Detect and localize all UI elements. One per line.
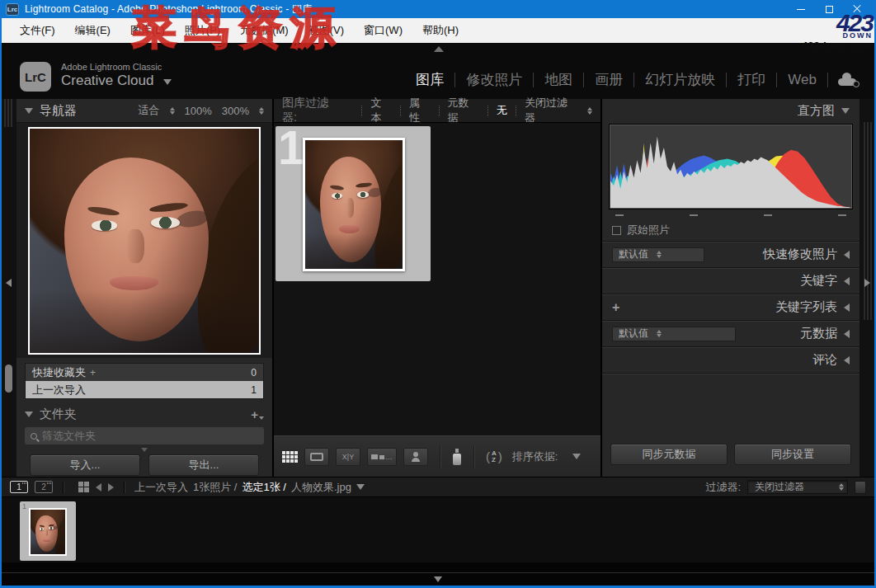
filter-text[interactable]: 文本 (362, 96, 400, 125)
survey-view-icon[interactable]: … (367, 448, 397, 466)
filmstrip-filter-dropdown[interactable]: 关闭过滤器 (747, 480, 848, 494)
menu-window[interactable]: 窗口(W) (354, 18, 412, 43)
zoom-fit-spinner-icon[interactable] (170, 107, 175, 115)
module-web[interactable]: Web (777, 72, 827, 88)
metadata-preset-dropdown[interactable]: 默认值 (612, 327, 736, 341)
menu-help[interactable]: 帮助(H) (412, 18, 469, 43)
filter-none[interactable]: 无 (488, 103, 516, 118)
compare-view-icon[interactable]: X|Y (336, 448, 360, 466)
left-scrollbar-thumb[interactable] (5, 365, 12, 393)
sort-by-dropdown-icon[interactable] (572, 454, 581, 459)
filmstrip-filter-toggle[interactable] (855, 481, 866, 494)
right-panel-collapse-icon[interactable] (864, 279, 870, 287)
filter-closed[interactable]: 关闭过滤器 (516, 96, 586, 125)
top-panel-collapse-icon[interactable] (434, 46, 444, 52)
zoom-300[interactable]: 300% (222, 105, 249, 117)
title-bar: Lrc Lightroom Catalog - Adobe Photoshop … (2, 0, 874, 18)
histogram-collapse-icon[interactable] (841, 108, 850, 114)
menu-metadata[interactable]: 元数据(M) (230, 18, 299, 43)
grid-shortcut-icon[interactable] (78, 482, 89, 492)
search-icon (31, 433, 37, 440)
keywording-section[interactable]: 关键字 (602, 267, 860, 294)
folder-search-field[interactable] (25, 427, 264, 445)
folders-collapse-icon[interactable] (25, 412, 33, 417)
people-view-icon[interactable] (403, 448, 428, 466)
add-keyword-button[interactable]: + (612, 300, 619, 315)
module-book[interactable]: 画册 (584, 70, 633, 89)
histogram-chart[interactable] (609, 124, 853, 209)
sync-metadata-button[interactable]: 同步元数据 (610, 444, 728, 465)
keyword-list-expand-icon[interactable] (844, 303, 850, 312)
menu-library[interactable]: 图库(L) (120, 18, 175, 43)
left-panel-collapse-icon[interactable] (6, 279, 12, 287)
keyword-list-section[interactable]: + 关键字列表 (602, 294, 860, 320)
menu-view[interactable]: 视图(V) (299, 18, 354, 43)
module-library[interactable]: 图库 (405, 70, 454, 89)
filmstrip-breadcrumb[interactable]: 上一次导入 1张照片 / 选定1张 / 人物效果.jpg (134, 480, 365, 495)
main-window-button[interactable]: 1 (10, 481, 28, 493)
comments-title: 评论 (812, 352, 837, 368)
menu-file[interactable]: 文件(F) (10, 18, 65, 43)
navigator-preview[interactable] (16, 122, 272, 358)
identity-dropdown-icon[interactable] (163, 79, 172, 85)
module-print[interactable]: 打印 (727, 70, 776, 89)
filmstrip-thumbnail[interactable] (29, 508, 67, 556)
filter-closed-spinner-icon[interactable] (587, 107, 592, 115)
menu-edit[interactable]: 编辑(E) (65, 18, 120, 43)
quick-collection-row[interactable]: 快捷收藏夹 + 0 (26, 364, 263, 381)
quick-develop-preset-dropdown[interactable]: 默认值 (612, 247, 704, 262)
export-button[interactable]: 导出... (148, 454, 259, 476)
sort-direction-icon[interactable]: ( AZ ) (486, 449, 502, 463)
next-photo-icon[interactable] (108, 483, 114, 492)
module-slideshow[interactable]: 幻灯片放映 (634, 70, 726, 89)
navigator-collapse-icon[interactable] (25, 108, 33, 114)
lrc-badge: LrC (20, 62, 51, 92)
grid-view-icon[interactable] (282, 451, 298, 463)
cloud-sync-icon[interactable] (838, 73, 860, 87)
breadcrumb-dropdown-icon[interactable] (356, 484, 365, 490)
quick-develop-section[interactable]: 默认值 快速修改照片 (602, 241, 860, 267)
module-develop[interactable]: 修改照片 (455, 70, 533, 89)
quick-develop-preset-value: 默认值 (619, 247, 648, 261)
tick-whites[interactable] (838, 214, 846, 216)
add-folder-button[interactable]: + (251, 407, 264, 421)
menu-photo[interactable]: 照片(P) (175, 18, 230, 43)
previous-import-row[interactable]: 上一次导入 1 (26, 381, 263, 398)
keywording-title: 关键字 (800, 273, 837, 289)
tick-shadows[interactable] (690, 214, 698, 216)
original-photo-checkbox[interactable] (612, 226, 621, 235)
grid-cell-selected[interactable]: 1 (276, 126, 431, 281)
keywording-expand-icon[interactable] (844, 277, 850, 285)
folders-header[interactable]: 文件夹 + (16, 402, 272, 426)
bottom-panel-collapse-icon[interactable] (434, 576, 442, 582)
folder-search-input[interactable] (42, 430, 258, 442)
histogram-header[interactable]: 直方图 (602, 99, 860, 122)
loupe-view-icon[interactable] (304, 448, 329, 466)
navigator-portrait-image (30, 129, 259, 353)
tick-blacks[interactable] (615, 214, 624, 216)
sync-settings-button[interactable]: 同步设置 (734, 444, 851, 465)
second-window-button[interactable]: 2 (35, 481, 53, 493)
comments-section[interactable]: 评论 (602, 346, 860, 373)
metadata-expand-icon[interactable] (844, 330, 850, 338)
grid-cell-thumbnail[interactable] (303, 138, 405, 271)
metadata-section[interactable]: 默认值 元数据 (602, 320, 860, 346)
filter-attribute[interactable]: 属性 (401, 96, 439, 125)
filmstrip-cell-selected[interactable]: 1 (20, 501, 76, 561)
navigator-header[interactable]: 导航器 适合 100% 300% (16, 99, 272, 122)
import-button[interactable]: 导入... (30, 454, 140, 476)
grid-view-area[interactable]: 1 (274, 122, 600, 435)
filter-metadata[interactable]: 元数据 (440, 96, 487, 125)
previous-photo-icon[interactable] (96, 483, 101, 492)
quick-develop-expand-icon[interactable] (844, 251, 850, 259)
quick-collection-label: 快捷收藏夹 (32, 365, 86, 380)
tick-highlights[interactable] (764, 214, 772, 216)
zoom-fit[interactable]: 适合 (139, 103, 160, 118)
painter-spray-icon[interactable] (452, 449, 462, 465)
module-map[interactable]: 地图 (534, 70, 583, 89)
comments-expand-icon[interactable] (844, 356, 850, 365)
zoom-100[interactable]: 100% (185, 105, 212, 117)
zoom-level-spinner-icon[interactable] (259, 107, 264, 115)
filmstrip[interactable]: 1 (2, 496, 874, 562)
sort-by-label[interactable]: 排序依据: (512, 449, 558, 464)
